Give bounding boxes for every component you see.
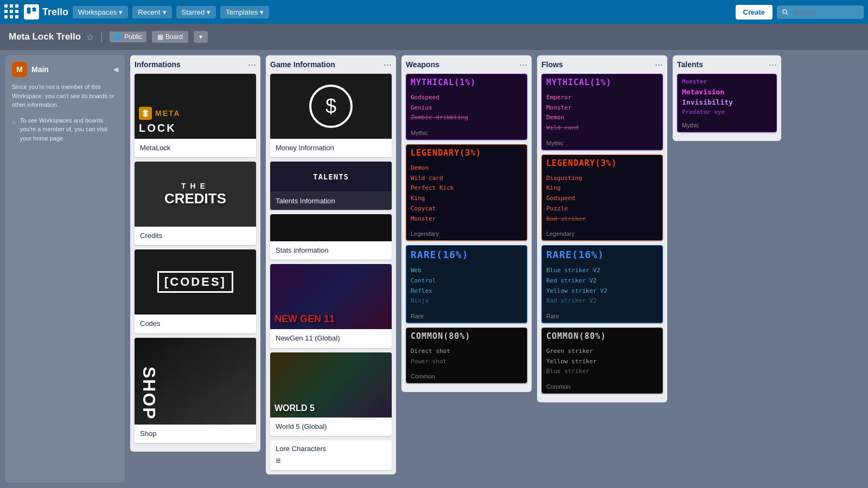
column-title-game-info: Game Information: [270, 60, 335, 69]
card-label-metalock: MetaLock: [135, 139, 256, 157]
workspace-name: Main: [31, 65, 49, 74]
board-star-icon[interactable]: ☆: [86, 32, 94, 42]
column-flows: Flows ··· MYTHICAL(1%) EmperorMonsterDem…: [537, 55, 667, 402]
card-stats-information[interactable]: Stats information: [270, 214, 392, 260]
card-newgen[interactable]: NEW GEN 11 NewGen 11 (Global): [270, 264, 392, 348]
card-label-talents-information: Talents Information: [270, 191, 392, 210]
visibility-badge[interactable]: 🌐 Public: [110, 31, 146, 42]
flows-legendary-header: LEGENDARY(3%): [542, 155, 662, 171]
card-shop[interactable]: SHOP Shop: [135, 338, 256, 443]
column-header-informations: Informations ···: [135, 60, 256, 69]
card-label-shop: Shop: [135, 425, 256, 443]
weapons-legendary-body: DemonWild cardPerfect KickKingCopycatMon…: [406, 161, 527, 228]
flows-rare-header: RARE(16%): [542, 246, 662, 264]
card-weapons-common[interactable]: COMMON(80%) Direct shotPower shot Common: [406, 328, 527, 383]
flows-rare-footer: Rare: [542, 311, 662, 323]
sidebar-collapse-icon[interactable]: ◀: [113, 66, 118, 73]
weapons-common-footer: Common: [406, 371, 527, 383]
weapons-mythical-body: GodspeedGeniusZombie dribbling: [406, 91, 527, 127]
weapons-mythical-header: MYTHICAL(1%): [406, 74, 527, 91]
weapons-common-body: Direct shotPower shot: [406, 344, 527, 371]
home-icon: ⌂: [12, 117, 16, 126]
weapons-rare-footer: Rare: [406, 311, 527, 323]
templates-button[interactable]: Templates ▾: [220, 6, 269, 18]
main-area: M Main ◀ Since you're not a member of th…: [0, 50, 868, 488]
column-menu-informations[interactable]: ···: [248, 60, 256, 69]
weapons-mythical-footer: Mythic: [406, 127, 527, 139]
column-menu-talents[interactable]: ···: [769, 60, 777, 69]
card-attach-icon: ≡: [276, 456, 386, 466]
card-talents-information[interactable]: TALENTS Talents Information: [270, 162, 392, 210]
top-navigation: Trello Workspaces ▾ Recent ▾ Starred ▾ T…: [0, 0, 868, 24]
svg-rect-1: [33, 8, 36, 12]
sidebar: M Main ◀ Since you're not a member of th…: [5, 55, 125, 483]
card-label-credits: Credits: [135, 227, 256, 245]
sidebar-header: M Main ◀: [12, 62, 118, 77]
card-flows-mythical[interactable]: MYTHICAL(1%) EmperorMonsterDemonWild car…: [541, 74, 663, 150]
column-header-talents: Talents ···: [677, 60, 777, 69]
card-flows-rare[interactable]: RARE(16%) Blue striker V2Red striker V2Y…: [541, 245, 663, 323]
card-image-world5: WORLD 5: [270, 352, 392, 418]
flows-rare-body: Blue striker V2Red striker V2Yellow stri…: [542, 264, 662, 311]
board-menu-button[interactable]: ▾: [194, 31, 208, 43]
talents-mythical-footer: Mythic: [678, 120, 776, 132]
column-weapons: Weapons ··· MYTHICAL(1%) GodspeedGeniusZ…: [401, 55, 532, 392]
weapons-rare-body: WebControlReflexNinja: [406, 264, 527, 311]
flows-common-header: COMMON(80%): [542, 328, 662, 344]
flows-mythical-header: MYTHICAL(1%): [542, 74, 662, 91]
card-image-newgen: NEW GEN 11: [270, 264, 392, 329]
card-metalock[interactable]: META LOCK MetaLock: [135, 74, 256, 157]
card-image-talents: TALENTS: [270, 162, 392, 191]
grid-menu-icon[interactable]: [4, 4, 20, 20]
workspaces-button[interactable]: Workspaces ▾: [73, 6, 128, 18]
column-header-game-info: Game Information ···: [270, 60, 392, 69]
recent-button[interactable]: Recent ▾: [132, 6, 171, 18]
column-header-flows: Flows ···: [541, 60, 663, 69]
card-flows-legendary[interactable]: LEGENDARY(3%) DisgustingKingGodspeedPuzz…: [541, 155, 663, 241]
board-icon: ▦: [157, 33, 163, 41]
svg-rect-0: [27, 8, 31, 14]
column-menu-flows[interactable]: ···: [655, 60, 663, 69]
create-button[interactable]: Create: [736, 5, 773, 20]
flows-mythical-footer: Mythic: [542, 138, 662, 150]
card-credits[interactable]: THE CREDITS Credits: [135, 162, 256, 245]
weapons-common-header: COMMON(80%): [406, 328, 527, 344]
card-codes[interactable]: [CODES] Codes: [135, 249, 256, 333]
search-input[interactable]: [777, 5, 864, 19]
card-label-stats-information: Stats information: [270, 241, 392, 260]
card-label-newgen: NewGen 11 (Global): [270, 329, 392, 348]
card-image-credits: THE CREDITS: [135, 162, 256, 227]
trello-logo[interactable]: Trello: [24, 4, 68, 20]
card-talents-mythical[interactable]: Monster Metavision Invisibility Predator…: [677, 74, 777, 132]
board-view-label: Board: [165, 33, 183, 41]
sidebar-link-text: To see Workspaces and boards you're a me…: [20, 116, 118, 143]
card-image-stats: [270, 214, 392, 241]
column-talents: Talents ··· Monster Metavision Invisibil…: [673, 55, 781, 141]
column-menu-weapons[interactable]: ···: [519, 60, 527, 69]
card-flows-common[interactable]: COMMON(80%) Green strikerYellow strikerB…: [541, 328, 663, 394]
card-label-money-information: Money Information: [270, 139, 392, 157]
starred-button[interactable]: Starred ▾: [176, 6, 216, 18]
card-label-lore: Lore Characters: [276, 445, 386, 453]
board-view-button[interactable]: ▦ Board: [152, 31, 188, 43]
header-divider: [101, 31, 102, 42]
globe-icon: 🌐: [114, 33, 122, 41]
column-menu-game-info[interactable]: ···: [384, 60, 392, 69]
card-world5[interactable]: WORLD 5 World 5 (Global): [270, 352, 392, 436]
card-lore-characters[interactable]: Lore Characters ≡: [270, 440, 392, 470]
card-weapons-rare[interactable]: RARE(16%) WebControlReflexNinja Rare: [406, 245, 527, 323]
column-title-talents: Talents: [677, 60, 703, 69]
column-header-weapons: Weapons ···: [406, 60, 527, 69]
flows-legendary-footer: Legendary: [542, 228, 662, 240]
card-weapons-legendary[interactable]: LEGENDARY(3%) DemonWild cardPerfect Kick…: [406, 144, 527, 241]
sidebar-home-link[interactable]: ⌂ To see Workspaces and boards you're a …: [12, 116, 118, 143]
column-title-weapons: Weapons: [406, 60, 439, 69]
columns-area: Informations ··· META LOCK: [130, 55, 781, 483]
column-informations: Informations ··· META LOCK: [130, 55, 260, 452]
card-money-information[interactable]: $ Money Information: [270, 74, 392, 157]
card-label-codes: Codes: [135, 314, 256, 333]
card-image-codes: [CODES]: [135, 249, 256, 314]
card-weapons-mythical[interactable]: MYTHICAL(1%) GodspeedGeniusZombie dribbl…: [406, 74, 527, 140]
trello-logo-text: Trello: [42, 7, 68, 18]
talents-mythical-content: Monster Metavision Invisibility Predator…: [678, 74, 776, 120]
